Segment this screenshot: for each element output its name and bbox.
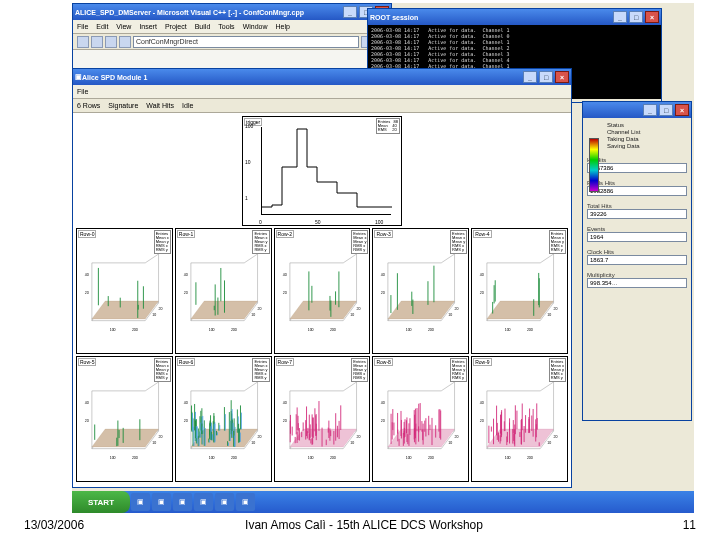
toolbar-icon[interactable] bbox=[105, 36, 117, 48]
vs-menu-item[interactable]: Tools bbox=[218, 23, 234, 30]
metric-field: Total Hits39226 bbox=[587, 203, 687, 219]
surface-plot[interactable]: Row-1 Entries Mean x Mean y RMS x RMS y … bbox=[175, 228, 272, 354]
color-scale-bar bbox=[589, 138, 599, 192]
canvas-tab[interactable]: Wait Hits bbox=[146, 102, 174, 109]
svg-text:10: 10 bbox=[251, 441, 255, 445]
svg-text:200: 200 bbox=[428, 456, 434, 460]
surface-svg: 20 40 100 200 10 20 bbox=[281, 249, 361, 339]
minimize-button[interactable]: _ bbox=[613, 11, 627, 23]
surface-plot[interactable]: Row-6 Entries Mean x Mean y RMS x RMS y … bbox=[175, 356, 272, 482]
close-button[interactable]: × bbox=[675, 104, 689, 116]
svg-text:200: 200 bbox=[132, 328, 138, 332]
status-heading: Status bbox=[607, 122, 687, 128]
canvas-titlebar[interactable]: ▣ Alice SPD Module 1 _ □ × bbox=[73, 69, 571, 85]
y-tick: 100 bbox=[245, 123, 253, 129]
metric-value: 1964 bbox=[587, 232, 687, 242]
svg-line-41 bbox=[343, 254, 356, 263]
windows-taskbar: START ▣ ▣ ▣ ▣ ▣ ▣ bbox=[72, 491, 694, 513]
svg-text:40: 40 bbox=[381, 273, 385, 277]
taskbar-button[interactable]: ▣ bbox=[131, 493, 150, 511]
minimize-button[interactable]: _ bbox=[343, 6, 357, 18]
toolbar-icon[interactable] bbox=[119, 36, 131, 48]
status-item: Taking Data bbox=[607, 136, 687, 142]
vs-menu-item[interactable]: Window bbox=[243, 23, 268, 30]
status-item: Saving Data bbox=[607, 143, 687, 149]
vs-menu-item[interactable]: Edit bbox=[96, 23, 108, 30]
svg-text:100: 100 bbox=[505, 328, 511, 332]
minimize-button[interactable]: _ bbox=[523, 71, 537, 83]
vs-menu-item[interactable]: Project bbox=[165, 23, 187, 30]
toolbar-icon[interactable] bbox=[91, 36, 103, 48]
svg-text:200: 200 bbox=[231, 328, 237, 332]
svg-text:100: 100 bbox=[505, 456, 511, 460]
surface-plot[interactable]: Row-8 Entries Mean x Mean y RMS x RMS y … bbox=[372, 356, 469, 482]
histogram-svg bbox=[262, 127, 392, 215]
trigger-histogram[interactable]: trigger Entries 88 Mean 40 RMS 20 100 10… bbox=[242, 116, 402, 226]
svg-text:20: 20 bbox=[85, 291, 89, 295]
start-button[interactable]: START bbox=[72, 491, 130, 513]
taskbar-button[interactable]: ▣ bbox=[173, 493, 192, 511]
surface-plot[interactable]: Row-3 Entries Mean x Mean y RMS x RMS y … bbox=[372, 228, 469, 354]
svg-text:10: 10 bbox=[449, 313, 453, 317]
taskbar-button[interactable]: ▣ bbox=[236, 493, 255, 511]
svg-text:20: 20 bbox=[356, 307, 360, 311]
svg-text:10: 10 bbox=[152, 441, 156, 445]
surface-plot[interactable]: Row-0 Entries Mean x Mean y RMS x RMS y … bbox=[76, 228, 173, 354]
canvas-tab[interactable]: Signature bbox=[108, 102, 138, 109]
svg-text:20: 20 bbox=[480, 419, 484, 423]
maximize-button[interactable]: □ bbox=[539, 71, 553, 83]
taskbar-icon: ▣ bbox=[221, 498, 228, 506]
close-button[interactable]: × bbox=[645, 11, 659, 23]
desktop-workspace: ALICE_SPD_DMServer - Microsoft Visual C+… bbox=[72, 3, 694, 513]
svg-text:20: 20 bbox=[159, 435, 163, 439]
slide-footer-title: Ivan Amos Calì - 15th ALICE DCS Workshop bbox=[234, 518, 494, 532]
canvas-tab[interactable]: Idle bbox=[182, 102, 193, 109]
surface-plot[interactable]: Row-4 Entries Mean x Mean y RMS x RMS y … bbox=[471, 228, 568, 354]
svg-text:200: 200 bbox=[132, 456, 138, 460]
svg-text:40: 40 bbox=[85, 273, 89, 277]
surface-plot[interactable]: Row-9 Entries Mean x Mean y RMS x RMS y … bbox=[471, 356, 568, 482]
toolbar-icon[interactable] bbox=[77, 36, 89, 48]
surface-plot[interactable]: Row-5 Entries Mean x Mean y RMS x RMS y … bbox=[76, 356, 173, 482]
slide: ALICE_SPD_DMServer - Microsoft Visual C+… bbox=[0, 0, 720, 540]
svg-text:20: 20 bbox=[554, 307, 558, 311]
vs-titlebar[interactable]: ALICE_SPD_DMServer - Microsoft Visual C+… bbox=[73, 4, 391, 20]
start-label: START bbox=[88, 498, 114, 507]
svg-text:10: 10 bbox=[449, 441, 453, 445]
svg-text:100: 100 bbox=[406, 456, 412, 460]
taskbar-button[interactable]: ▣ bbox=[215, 493, 234, 511]
vs-menu-item[interactable]: Build bbox=[195, 23, 211, 30]
svg-text:20: 20 bbox=[480, 291, 484, 295]
vs-menu-item[interactable]: Help bbox=[276, 23, 290, 30]
taskbar-button[interactable]: ▣ bbox=[152, 493, 171, 511]
svg-text:20: 20 bbox=[356, 435, 360, 439]
vs-menu-item[interactable]: File bbox=[77, 23, 88, 30]
canvas-tab[interactable]: 6 Rows bbox=[77, 102, 100, 109]
surface-svg: 20 40 100 200 10 20 bbox=[182, 249, 262, 339]
plot-title: Row-7 bbox=[276, 358, 294, 366]
panel-titlebar[interactable]: _ □ × bbox=[583, 102, 691, 118]
metric-field: Multiplicity998.354… bbox=[587, 272, 687, 288]
minimize-button[interactable]: _ bbox=[643, 104, 657, 116]
term-titlebar[interactable]: ROOT session _ □ × bbox=[368, 9, 661, 25]
taskbar-button[interactable]: ▣ bbox=[194, 493, 213, 511]
taskbar-icon: ▣ bbox=[137, 498, 144, 506]
root-canvas-window: ▣ Alice SPD Module 1 _ □ × File 6 Rows S… bbox=[72, 68, 572, 488]
vs-symbol-combo[interactable]: ConfConMngrDirect bbox=[133, 36, 359, 48]
surface-plot[interactable]: Row-2 Entries Mean x Mean y RMS x RMS y … bbox=[274, 228, 371, 354]
maximize-button[interactable]: □ bbox=[629, 11, 643, 23]
close-button[interactable]: × bbox=[555, 71, 569, 83]
canvas-menu-item[interactable]: File bbox=[77, 88, 88, 95]
x-tick: 0 bbox=[259, 219, 262, 225]
canvas-title: Alice SPD Module 1 bbox=[82, 74, 147, 81]
surface-row-bottom: Row-5 Entries Mean x Mean y RMS x RMS y … bbox=[75, 355, 569, 483]
status-item: Channel List bbox=[607, 129, 687, 135]
svg-text:40: 40 bbox=[480, 273, 484, 277]
vs-menu-item[interactable]: View bbox=[116, 23, 131, 30]
maximize-button[interactable]: □ bbox=[659, 104, 673, 116]
svg-text:10: 10 bbox=[548, 441, 552, 445]
surface-plot[interactable]: Row-7 Entries Mean x Mean y RMS x RMS y … bbox=[274, 356, 371, 482]
vs-menu-item[interactable]: Insert bbox=[139, 23, 157, 30]
svg-line-309 bbox=[540, 382, 553, 391]
svg-text:20: 20 bbox=[184, 291, 188, 295]
